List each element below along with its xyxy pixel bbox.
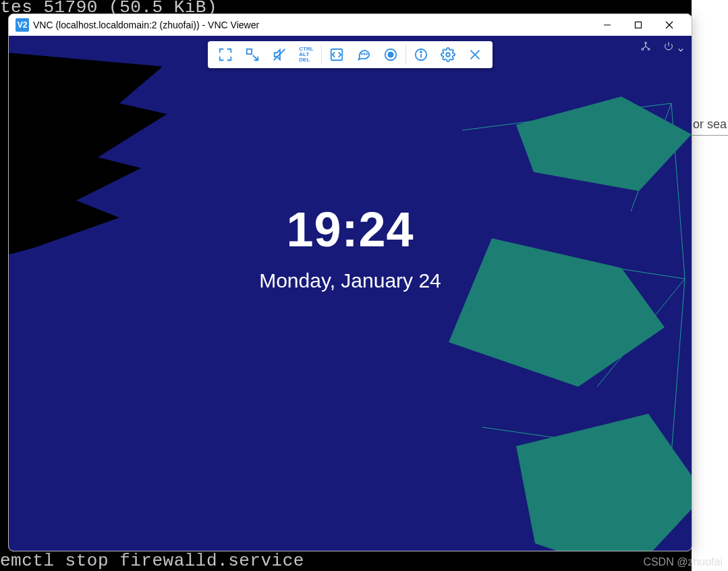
minimize-button[interactable] bbox=[592, 14, 623, 36]
window-title: VNC (localhost.localdomain:2 (zhuofai)) … bbox=[33, 20, 259, 30]
background-right-text: or sea bbox=[693, 117, 727, 132]
vnc-viewer-window: V2 VNC (localhost.localdomain:2 (zhuofai… bbox=[8, 13, 692, 551]
record-button[interactable] bbox=[377, 41, 404, 68]
svg-line-11 bbox=[671, 279, 685, 454]
power-icon[interactable] bbox=[663, 41, 683, 55]
background-right-divider bbox=[692, 135, 728, 136]
close-session-button[interactable] bbox=[461, 41, 488, 68]
maximize-button[interactable] bbox=[623, 14, 654, 36]
background-right-panel bbox=[692, 0, 728, 571]
network-icon[interactable] bbox=[640, 41, 651, 55]
fullscreen-button[interactable] bbox=[212, 41, 239, 68]
chat-button[interactable] bbox=[350, 41, 377, 68]
terminal-line-bottom: emctl stop firewalld.service bbox=[0, 551, 304, 571]
ctrl-alt-del-button[interactable]: CTRL ALT DEL bbox=[293, 41, 320, 68]
wallpaper-dark-shape bbox=[9, 49, 184, 265]
svg-point-28 bbox=[644, 42, 646, 44]
svg-point-29 bbox=[642, 49, 644, 51]
scale-button[interactable] bbox=[239, 41, 266, 68]
svg-point-25 bbox=[446, 53, 450, 57]
wallpaper-teal-shapes bbox=[428, 76, 692, 551]
clock-date: Monday, January 24 bbox=[259, 269, 441, 292]
svg-rect-12 bbox=[247, 49, 252, 54]
svg-point-30 bbox=[648, 49, 650, 51]
watermark-text: CSDN @zhuofai bbox=[643, 556, 723, 568]
transfer-button[interactable] bbox=[323, 41, 350, 68]
svg-line-13 bbox=[253, 55, 258, 60]
clock-time: 19:24 bbox=[259, 202, 441, 257]
vnc-app-icon: V2 bbox=[16, 18, 29, 32]
toolbar-separator bbox=[321, 45, 322, 64]
svg-point-24 bbox=[420, 51, 422, 53]
info-button[interactable] bbox=[408, 41, 435, 68]
toolbar-separator bbox=[405, 45, 406, 64]
svg-point-19 bbox=[366, 54, 367, 55]
audio-mute-button[interactable] bbox=[266, 41, 293, 68]
svg-point-17 bbox=[362, 54, 362, 55]
remote-system-tray bbox=[640, 41, 683, 55]
window-titlebar[interactable]: V2 VNC (localhost.localdomain:2 (zhuofai… bbox=[9, 14, 692, 36]
svg-line-32 bbox=[643, 47, 646, 49]
lockscreen-clock: 19:24 Monday, January 24 bbox=[259, 202, 441, 292]
svg-line-33 bbox=[646, 47, 648, 49]
remote-desktop-view[interactable]: CTRL ALT DEL bbox=[9, 36, 692, 551]
close-button[interactable] bbox=[654, 14, 685, 36]
svg-point-21 bbox=[388, 52, 393, 57]
svg-rect-1 bbox=[636, 22, 642, 28]
settings-button[interactable] bbox=[435, 41, 461, 68]
vnc-toolbar: CTRL ALT DEL bbox=[208, 41, 493, 68]
svg-point-18 bbox=[364, 54, 364, 55]
